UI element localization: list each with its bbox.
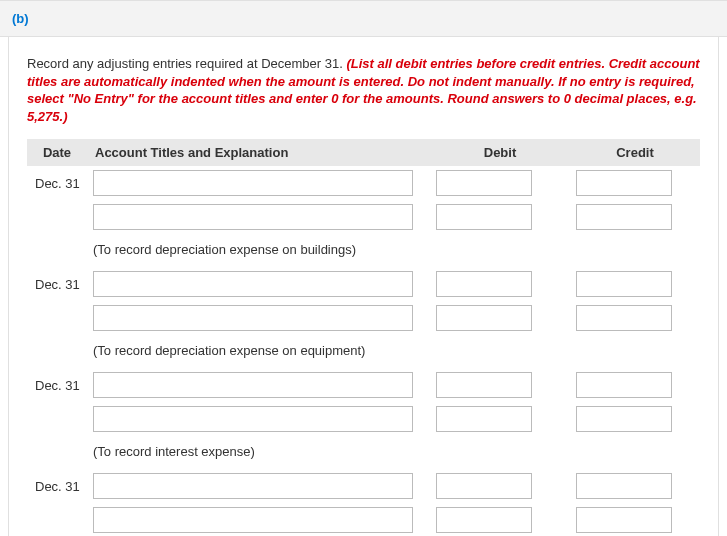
account-input[interactable] — [93, 170, 413, 196]
explanation: (To record depreciation expense on build… — [93, 238, 694, 263]
date-cell: Dec. 31 — [27, 267, 87, 301]
table-row: (To record depreciation expense on build… — [27, 234, 700, 267]
account-input[interactable] — [93, 406, 413, 432]
table-row — [27, 503, 700, 536]
account-input[interactable] — [93, 271, 413, 297]
question-panel: Record any adjusting entries required at… — [8, 37, 719, 536]
account-input[interactable] — [93, 507, 413, 533]
table-row — [27, 301, 700, 335]
table-row: Dec. 31 — [27, 368, 700, 402]
debit-input[interactable] — [436, 507, 532, 533]
debit-input[interactable] — [436, 305, 532, 331]
credit-input[interactable] — [576, 204, 672, 230]
date-cell: Dec. 31 — [27, 368, 87, 402]
date-cell: Dec. 31 — [27, 166, 87, 200]
credit-input[interactable] — [576, 507, 672, 533]
table-row: (To record depreciation expense on equip… — [27, 335, 700, 368]
table-row: (To record interest expense) — [27, 436, 700, 469]
tab-b[interactable]: (b) — [12, 11, 29, 26]
debit-input[interactable] — [436, 473, 532, 499]
table-row: Dec. 31 — [27, 267, 700, 301]
debit-input[interactable] — [436, 271, 532, 297]
header-date: Date — [27, 139, 87, 166]
table-row — [27, 200, 700, 234]
explanation: (To record interest expense) — [93, 440, 694, 465]
header-account: Account Titles and Explanation — [87, 139, 430, 166]
header-debit: Debit — [430, 139, 570, 166]
debit-input[interactable] — [436, 406, 532, 432]
credit-input[interactable] — [576, 372, 672, 398]
credit-input[interactable] — [576, 406, 672, 432]
debit-input[interactable] — [436, 170, 532, 196]
table-row — [27, 402, 700, 436]
tab-bar: (b) — [0, 0, 727, 37]
credit-input[interactable] — [576, 305, 672, 331]
debit-input[interactable] — [436, 204, 532, 230]
instructions: Record any adjusting entries required at… — [27, 55, 700, 125]
credit-input[interactable] — [576, 271, 672, 297]
account-input[interactable] — [93, 305, 413, 331]
date-cell: Dec. 31 — [27, 469, 87, 503]
explanation: (To record depreciation expense on equip… — [93, 339, 694, 364]
credit-input[interactable] — [576, 473, 672, 499]
credit-input[interactable] — [576, 170, 672, 196]
account-input[interactable] — [93, 473, 413, 499]
account-input[interactable] — [93, 204, 413, 230]
table-row: Dec. 31 — [27, 166, 700, 200]
table-row: Dec. 31 — [27, 469, 700, 503]
debit-input[interactable] — [436, 372, 532, 398]
account-input[interactable] — [93, 372, 413, 398]
header-credit: Credit — [570, 139, 700, 166]
instructions-plain: Record any adjusting entries required at… — [27, 56, 346, 71]
journal-table: Date Account Titles and Explanation Debi… — [27, 139, 700, 536]
